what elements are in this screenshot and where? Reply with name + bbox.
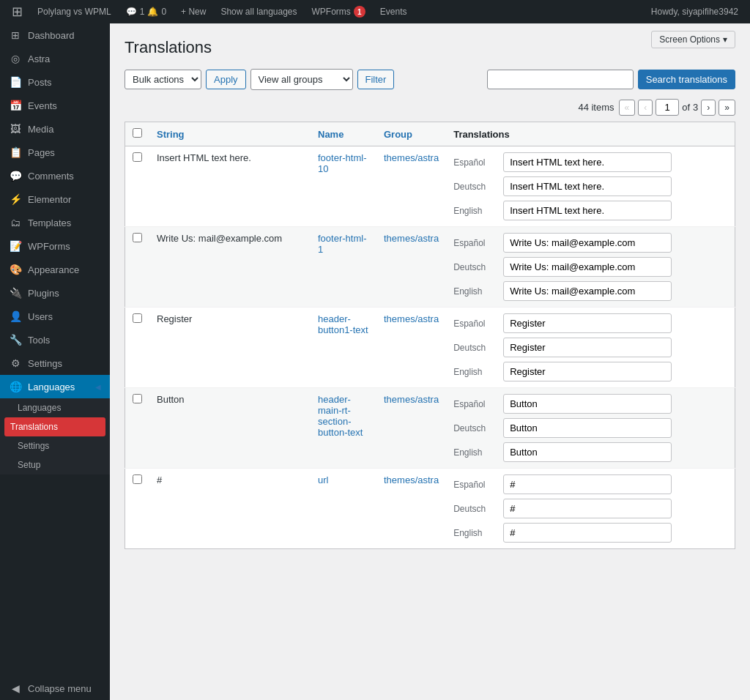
row-translations: EspañolDeutschEnglish	[446, 146, 735, 227]
admin-bar: ⊞ Polylang vs WPML 💬 1 🔔 0 + New Show al…	[0, 0, 750, 23]
translation-entries: EspañolDeutschEnglish	[453, 233, 727, 301]
sidebar-item-dashboard[interactable]: ⊞ Dashboard	[0, 23, 110, 47]
sidebar-item-settings-sub[interactable]: Settings	[0, 436, 110, 455]
lang-label: Español	[453, 399, 497, 409]
row-checkbox-cell	[125, 308, 150, 388]
row-string: Insert HTML text here.	[149, 146, 311, 227]
sidebar-item-settings[interactable]: ⚙ Settings	[0, 351, 110, 375]
search-input[interactable]	[487, 70, 634, 89]
col-header-string[interactable]: String	[149, 122, 311, 146]
translation-entry: Español	[453, 313, 727, 333]
translations-table: String Name Group Translations	[125, 122, 735, 549]
row-checkbox[interactable]	[133, 474, 142, 484]
lang-label: Deutsch	[453, 343, 497, 353]
translation-value-input[interactable]	[503, 257, 672, 277]
search-translations-button[interactable]: Search translations	[638, 70, 735, 89]
select-all-checkbox[interactable]	[133, 128, 142, 138]
pages-icon: 📋	[9, 146, 22, 158]
translation-value-input[interactable]	[503, 176, 672, 196]
row-checkbox[interactable]	[133, 313, 142, 323]
translation-value-input[interactable]	[503, 338, 672, 357]
row-group: themes/astra	[376, 469, 446, 549]
search-box: Search translations	[487, 70, 735, 89]
row-translations: EspañolDeutschEnglish	[446, 469, 735, 549]
lang-label: Español	[453, 319, 497, 329]
col-header-name[interactable]: Name	[311, 122, 376, 146]
translation-value-input[interactable]	[503, 313, 672, 333]
row-translations: EspañolDeutschEnglish	[446, 308, 735, 388]
sidebar-item-posts[interactable]: 📄 Posts	[0, 70, 110, 94]
row-checkbox[interactable]	[133, 233, 142, 242]
adminbar-events[interactable]: Events	[374, 0, 413, 23]
posts-icon: 📄	[9, 76, 22, 88]
sidebar-item-appearance[interactable]: 🎨 Appearance	[0, 258, 110, 281]
tools-icon: 🔧	[9, 334, 22, 346]
pagination-first-button[interactable]: «	[619, 100, 636, 116]
col-header-group[interactable]: Group	[376, 122, 446, 146]
sidebar-item-wpforms[interactable]: 📝 WPForms	[0, 234, 110, 258]
apply-button[interactable]: Apply	[206, 70, 246, 89]
translation-value-input[interactable]	[503, 474, 672, 494]
translation-value-input[interactable]	[503, 418, 672, 438]
pagination-last-button[interactable]: »	[719, 100, 735, 116]
sidebar-item-events[interactable]: 📅 Events	[0, 94, 110, 117]
lang-label: Deutsch	[453, 423, 497, 433]
row-string: Write Us: mail@example.com	[149, 227, 311, 308]
sidebar-item-pages[interactable]: 📋 Pages	[0, 141, 110, 164]
adminbar-show-languages[interactable]: Show all languages	[215, 0, 302, 23]
translation-value-input[interactable]	[503, 152, 672, 172]
adminbar-comments[interactable]: 💬 1 🔔 0	[120, 0, 172, 23]
translation-value-input[interactable]	[503, 362, 672, 381]
adminbar-wpforms[interactable]: WPForms 1	[306, 0, 371, 23]
sidebar-item-comments[interactable]: 💬 Comments	[0, 164, 110, 187]
pagination-current-input[interactable]	[656, 99, 679, 116]
translation-entry: English	[453, 362, 727, 381]
sidebar-item-templates[interactable]: 🗂 Templates	[0, 211, 110, 234]
wp-logo-icon: ⊞	[12, 4, 23, 20]
pagination-total: 3	[693, 102, 698, 113]
translation-value-input[interactable]	[503, 523, 672, 543]
sidebar-item-media[interactable]: 🖼 Media	[0, 117, 110, 141]
sidebar-item-astra[interactable]: ◎ Astra	[0, 47, 110, 70]
sidebar-item-setup-sub[interactable]: Setup	[0, 455, 110, 474]
languages-icon: 🌐	[9, 381, 22, 392]
sidebar-item-languages-sub[interactable]: Languages	[0, 398, 110, 417]
translation-value-input[interactable]	[503, 394, 672, 414]
row-name: footer-html-10	[311, 146, 376, 227]
screen-options-button[interactable]: Screen Options ▾	[651, 31, 735, 48]
translation-value-input[interactable]	[503, 281, 672, 301]
sidebar-item-tools[interactable]: 🔧 Tools	[0, 328, 110, 351]
wp-layout: ⊞ Dashboard ◎ Astra 📄 Posts 📅 Events 🖼 M…	[0, 23, 750, 700]
translation-value-input[interactable]	[503, 233, 672, 253]
translation-entry: Español	[453, 233, 727, 253]
sidebar-item-elementor[interactable]: ⚡ Elementor	[0, 187, 110, 211]
pagination-prev-button[interactable]: ‹	[638, 100, 653, 116]
row-name: header-main-rt-section-button-text	[311, 388, 376, 469]
sidebar-item-translations-sub[interactable]: Translations	[4, 417, 105, 436]
adminbar-site-name[interactable]: Polylang vs WPML	[31, 0, 117, 23]
translation-value-input[interactable]	[503, 201, 672, 220]
bulk-actions-select[interactable]: Bulk actions	[125, 70, 201, 89]
main-content: Screen Options ▾ Translations Bulk actio…	[110, 23, 750, 700]
sidebar-item-languages[interactable]: 🌐 Languages ◀	[0, 375, 110, 398]
row-checkbox-cell	[125, 388, 150, 469]
translation-entry: Español	[453, 474, 727, 494]
pagination-toolbar: 44 items « ‹ of 3 › »	[125, 99, 735, 116]
row-string: Button	[149, 388, 311, 469]
collapse-menu-btn[interactable]: ◀ Collapse menu	[0, 677, 110, 700]
translation-value-input[interactable]	[503, 499, 672, 518]
translation-entry: English	[453, 281, 727, 301]
row-checkbox[interactable]	[133, 152, 142, 162]
adminbar-new[interactable]: + New	[175, 0, 212, 23]
pagination-next-button[interactable]: ›	[701, 100, 716, 116]
translation-entries: EspañolDeutschEnglish	[453, 474, 727, 543]
comments-icon: 💬	[9, 170, 22, 182]
row-checkbox[interactable]	[133, 394, 142, 403]
view-all-groups-select[interactable]: View all groups	[250, 69, 353, 90]
filter-button[interactable]: Filter	[357, 70, 395, 89]
adminbar-wp-logo[interactable]: ⊞	[6, 0, 29, 23]
translation-value-input[interactable]	[503, 442, 672, 462]
sidebar-item-plugins[interactable]: 🔌 Plugins	[0, 281, 110, 305]
adminbar-howdy[interactable]: Howdy, siyapifihe3942	[645, 7, 744, 17]
sidebar-item-users[interactable]: 👤 Users	[0, 305, 110, 328]
